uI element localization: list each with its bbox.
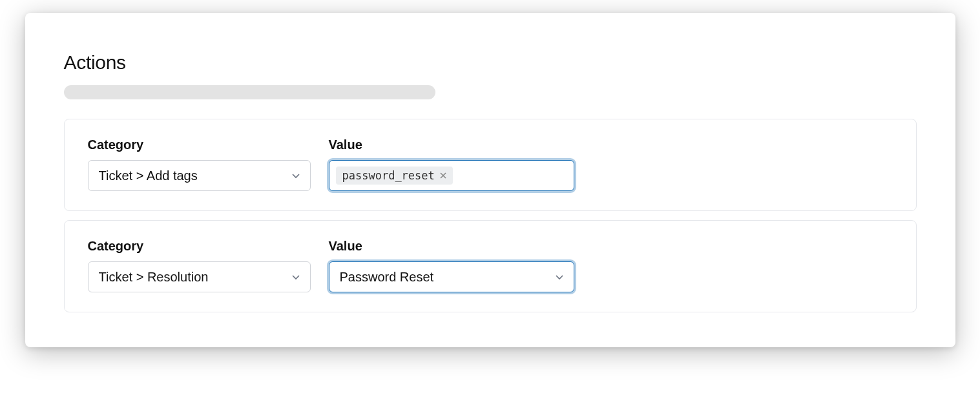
value-field: Value Password Reset bbox=[329, 239, 574, 292]
category-select-value: Ticket > Add tags bbox=[99, 168, 198, 183]
action-row: Category Ticket > Add tags Value passwor… bbox=[64, 119, 917, 211]
actions-panel: Actions Category Ticket > Add tags Value… bbox=[25, 13, 955, 347]
description-placeholder bbox=[64, 85, 435, 99]
category-label: Category bbox=[88, 137, 311, 152]
category-select-value: Ticket > Resolution bbox=[99, 270, 209, 285]
chevron-down-icon bbox=[291, 170, 301, 181]
value-select[interactable]: Password Reset bbox=[329, 261, 574, 292]
tag-pill: password_reset bbox=[336, 167, 453, 185]
category-field: Category Ticket > Add tags bbox=[88, 137, 311, 191]
tags-input[interactable]: password_reset bbox=[329, 160, 574, 191]
value-label: Value bbox=[329, 137, 574, 152]
value-label: Value bbox=[329, 239, 574, 254]
category-select[interactable]: Ticket > Add tags bbox=[88, 160, 311, 191]
page-title: Actions bbox=[64, 52, 917, 74]
close-icon[interactable] bbox=[439, 171, 448, 180]
chevron-down-icon bbox=[291, 272, 301, 282]
chevron-down-icon bbox=[554, 272, 565, 282]
category-label: Category bbox=[88, 239, 311, 254]
value-field: Value password_reset bbox=[329, 137, 574, 191]
category-select[interactable]: Ticket > Resolution bbox=[88, 261, 311, 292]
tag-text: password_reset bbox=[342, 169, 435, 182]
category-field: Category Ticket > Resolution bbox=[88, 239, 311, 292]
action-row: Category Ticket > Resolution Value Passw… bbox=[64, 220, 917, 312]
value-select-value: Password Reset bbox=[340, 270, 434, 285]
